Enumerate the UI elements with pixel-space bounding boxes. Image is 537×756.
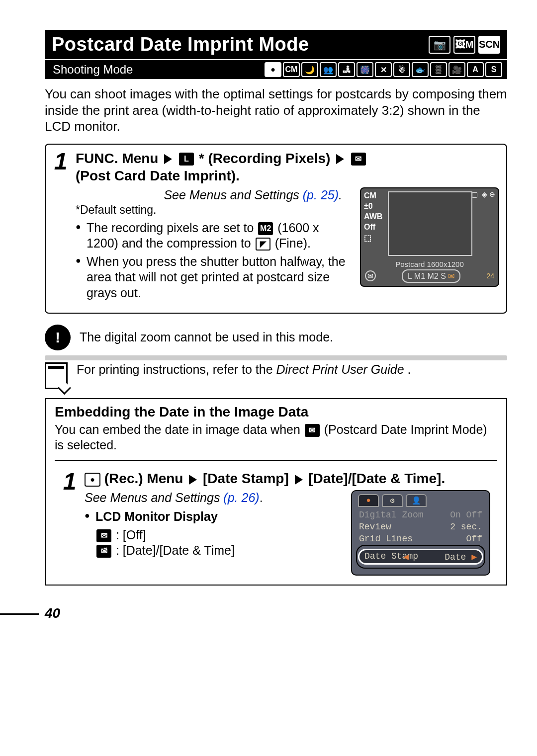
- embedding-title: Embedding the Date in the Image Data: [46, 399, 506, 420]
- step-head-c: (Post Card Date Imprint).: [76, 168, 240, 183]
- embed-see-page-link[interactable]: (p. 26): [223, 491, 259, 504]
- page-number: 40: [45, 605, 507, 621]
- arrow-right-icon: [295, 475, 303, 485]
- mr-k: Digital Zoom: [359, 510, 424, 520]
- mr-v: On Off: [450, 510, 482, 520]
- date-line: ✉̃ : [Date]/[Date & Time]: [95, 543, 343, 558]
- b1-pre: The recording pixels are set to: [87, 221, 257, 235]
- embed-head-a: (Rec.) Menu: [104, 471, 183, 486]
- shoot-icon: 🎆: [357, 62, 373, 77]
- embed-intro-a: You can embed the date in image data whe…: [55, 422, 304, 436]
- size-l-icon: L: [179, 153, 194, 166]
- mode-manual-icon: 🖼M: [453, 36, 475, 54]
- see-page-link[interactable]: (p. 25): [303, 188, 339, 202]
- lcd-cm: CM: [364, 191, 382, 200]
- embed-see-text: See Menus and Settings: [85, 491, 220, 504]
- embedding-box: Embedding the Date in the Image Data You…: [45, 398, 507, 586]
- embed-step-1: 1 ● (Rec.) Menu [Date Stamp] [Date]/[Dat…: [55, 460, 497, 585]
- m2-icon: M2: [258, 222, 273, 235]
- shoot-icon: A: [467, 62, 484, 77]
- ref-text-b: Direct Print User Guide: [276, 362, 404, 376]
- mode-scn-icon: SCN: [478, 36, 500, 54]
- menu-row: Review 2 sec.: [356, 521, 485, 533]
- document-icon: [45, 362, 68, 389]
- exclamation-icon: !: [45, 325, 71, 350]
- step-head-a: FUNC. Menu: [76, 151, 158, 166]
- shoot-icon: 🏞: [338, 62, 355, 77]
- menu-row-selected: Date Stamp Date: [358, 549, 483, 565]
- menu-row: Digital Zoom On Off: [356, 509, 485, 521]
- step-number: 1: [46, 145, 76, 313]
- embed-head-b: [Date Stamp]: [203, 471, 289, 486]
- embedding-intro: You can embed the date in image data whe…: [46, 420, 506, 460]
- shooting-mode-label: Shooting Mode: [50, 63, 136, 77]
- off-line: ✉ : [Off]: [95, 527, 343, 543]
- divider: [45, 355, 507, 360]
- shoot-icon: 🌙: [301, 62, 318, 77]
- embed-step-number: 1: [55, 465, 85, 585]
- shoot-icon: ☃: [393, 62, 410, 77]
- menu-row-highlight-ring: Date Stamp Date: [356, 545, 485, 569]
- step-1-box: 1 FUNC. Menu L * (Recording Pixels) ✉ (P…: [45, 144, 507, 314]
- shooting-mode-row: Shooting Mode ● CM 🌙 👥 🏞 🎆 ✕ ☃ 🐟 ▒ 🎥 A S: [45, 59, 507, 79]
- reference-note: For printing instructions, refer to the …: [45, 362, 507, 389]
- ref-text-a: For printing instructions, refer to the: [77, 362, 276, 376]
- embed-head-c: [Date]/[Date & Time].: [308, 471, 445, 486]
- shoot-icon: ●: [265, 62, 281, 77]
- lcd-tr2: ◈ ⊖: [482, 190, 495, 198]
- warning-text: The digital zoom cannot be used in this …: [80, 330, 333, 344]
- b1-tail: (Fine).: [275, 236, 311, 250]
- off-text: : [Off]: [116, 528, 146, 542]
- arrow-right-icon: [336, 154, 344, 164]
- menu-tab-mycamera: 👤: [406, 494, 427, 507]
- camera-rec-icon: ●: [85, 473, 100, 487]
- mr-sel-k: Date Stamp: [364, 551, 418, 562]
- see-reference: See Menus and Settings (p. 25).: [76, 187, 352, 203]
- lcd-sizes: L M1 M2 S ✉: [402, 269, 460, 283]
- postcard-date-icon: ✉̃: [96, 545, 111, 558]
- warning-note: ! The digital zoom cannot be used in thi…: [45, 325, 507, 350]
- lcd-awb: AWB: [364, 212, 382, 221]
- lcd-sizes-text: L M1 M2 S: [408, 272, 446, 280]
- shooting-mode-icons: ● CM 🌙 👥 🏞 🎆 ✕ ☃ 🐟 ▒ 🎥 A S: [265, 62, 502, 77]
- menu-tab-setup: ⚙: [382, 494, 403, 507]
- step-1-heading: FUNC. Menu L * (Recording Pixels) ✉ (Pos…: [76, 150, 499, 184]
- shoot-icon: ✕: [375, 62, 392, 77]
- bullet-1: The recording pixels are set to M2 (1600…: [76, 220, 352, 252]
- mr-v: 2 sec.: [450, 522, 482, 532]
- arrow-right-icon: [164, 154, 172, 164]
- shoot-icon: S: [485, 62, 502, 77]
- lcd-tr1: ▢: [471, 190, 478, 198]
- mr-k: Grid Lines: [359, 534, 413, 544]
- lcd-count: 24: [486, 272, 494, 280]
- lcd-frame: [388, 191, 472, 256]
- shoot-icon: 👥: [320, 62, 337, 77]
- lcd-ev: ±0: [364, 202, 382, 211]
- arrow-right-icon: [189, 475, 197, 485]
- title-bar: Postcard Date Imprint Mode 📷 🖼M SCN: [45, 30, 507, 59]
- lcd-display-heading: LCD Monitor Display: [85, 509, 343, 524]
- mr-k: Review: [359, 522, 391, 532]
- bullet-2: When you press the shutter button halfwa…: [76, 254, 352, 301]
- embed-step-heading: ● (Rec.) Menu [Date Stamp] [Date]/[Date …: [85, 470, 490, 487]
- shoot-icon: 🎥: [448, 62, 465, 77]
- mr-sel-v: Date: [445, 551, 477, 562]
- menu-screenshot: ● ⚙ 👤 Digital Zoom On Off Review 2 sec.: [351, 490, 490, 576]
- title-mode-icons: 📷 🖼M SCN: [429, 36, 500, 54]
- intro-text: You can shoot images with the optimal se…: [45, 86, 507, 135]
- mr-v: Off: [466, 534, 482, 544]
- lcd-size: ⬚: [364, 233, 382, 243]
- postcard-icon: ✉: [351, 153, 366, 166]
- menu-tab-rec: ●: [358, 494, 379, 507]
- default-setting-note: *Default setting.: [76, 203, 352, 217]
- page-title: Postcard Date Imprint Mode: [52, 34, 309, 55]
- ref-text-c: .: [408, 362, 411, 376]
- date-text: : [Date]/[Date & Time]: [116, 543, 235, 557]
- lcd-postcard-btn: ✉: [365, 270, 376, 281]
- postcard-off-icon: ✉: [96, 529, 111, 542]
- embed-see-ref: See Menus and Settings (p. 26).: [85, 490, 343, 505]
- postcard-mode-icon: ✉: [305, 424, 320, 437]
- mode-auto-icon: 📷: [429, 36, 450, 54]
- lcd-illustration: CM ±0 AWB Off ⬚ ▢ ◈ ⊖ Postcard 1600x1: [360, 187, 499, 304]
- shoot-icon: ▒: [430, 62, 447, 77]
